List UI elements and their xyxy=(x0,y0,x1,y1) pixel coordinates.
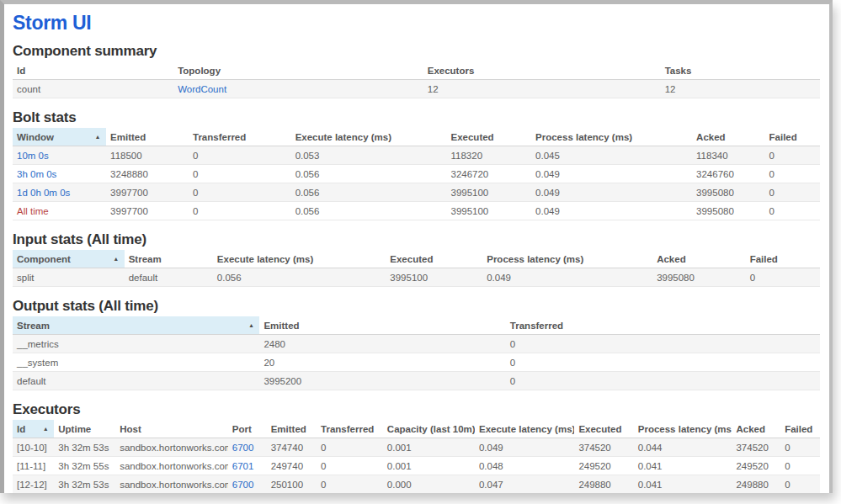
table-cell: 0.041 xyxy=(634,457,732,475)
column-header[interactable]: Transferred xyxy=(317,420,383,438)
cell-value: 0 xyxy=(193,151,198,161)
table-cell: 3997700 xyxy=(106,183,189,202)
table-cell: 249740 xyxy=(267,457,317,475)
column-header[interactable]: Process latency (ms) xyxy=(482,250,652,268)
cell-value: [12-12] xyxy=(17,480,47,490)
column-header[interactable]: Topology xyxy=(173,61,423,80)
cell-link[interactable]: WordCount xyxy=(178,84,226,94)
table-cell: 3995080 xyxy=(692,183,764,202)
cell-link[interactable]: 1d 0h 0m 0s xyxy=(17,188,70,198)
column-header[interactable]: Capacity (last 10m) xyxy=(383,420,475,438)
table-cell: 118340 xyxy=(692,146,764,165)
column-header-label: Executed xyxy=(390,254,433,264)
cell-value: 249880 xyxy=(736,480,768,490)
column-header-label: Id xyxy=(17,424,25,434)
cell-value: 0.049 xyxy=(479,443,503,453)
page-title[interactable]: Storm UI xyxy=(13,12,820,34)
selected-window-link[interactable]: All time xyxy=(17,206,49,216)
column-header[interactable]: Executors xyxy=(423,61,661,80)
table-cell: 250100 xyxy=(267,475,317,494)
column-header[interactable]: Port xyxy=(228,420,267,438)
cell-value: 0 xyxy=(769,206,774,216)
cell-value: 0.056 xyxy=(295,169,320,179)
table-cell: 0.056 xyxy=(291,165,447,183)
column-header[interactable]: Executed xyxy=(447,128,532,146)
column-header[interactable]: Failed xyxy=(746,250,820,268)
cell-value: 118340 xyxy=(696,151,728,161)
cell-value: 12 xyxy=(665,84,676,94)
cell-value: 374520 xyxy=(578,443,610,453)
column-header[interactable]: Process latency (ms) xyxy=(634,420,732,438)
sort-ascending-icon: ▴ xyxy=(44,426,47,432)
cell-value: count xyxy=(17,84,40,94)
table-cell: 12 xyxy=(661,80,820,98)
column-header-label: Host xyxy=(120,424,141,434)
cell-value: 0.053 xyxy=(295,151,320,161)
column-header[interactable]: Acked xyxy=(692,128,764,146)
table-cell: 374520 xyxy=(732,438,780,457)
table-cell: 0 xyxy=(780,475,820,494)
column-header-label: Stream xyxy=(129,254,162,264)
cell-value: default xyxy=(17,376,46,386)
column-header[interactable]: Failed xyxy=(765,128,820,146)
cell-value: 0 xyxy=(769,169,774,179)
cell-value: 0 xyxy=(321,461,326,471)
table-cell: sandbox.hortonworks.com xyxy=(115,475,228,494)
cell-value: 250100 xyxy=(271,480,303,490)
column-header[interactable]: Host xyxy=(115,420,228,438)
column-header-label: Execute latency (ms) xyxy=(295,132,391,142)
table-cell: 0.045 xyxy=(531,146,692,165)
column-header[interactable]: Transferred xyxy=(189,128,291,146)
column-header[interactable]: Emitted xyxy=(267,420,317,438)
cell-value: 0 xyxy=(750,273,755,283)
column-header[interactable]: Emitted xyxy=(259,316,505,335)
section-heading-input-stats: Input stats (All time) xyxy=(13,231,820,247)
column-header[interactable]: Acked xyxy=(732,420,780,438)
column-header-sorted[interactable]: Id▴ xyxy=(13,420,54,438)
table-cell: 0 xyxy=(506,372,820,390)
table-cell: 3995100 xyxy=(386,268,482,287)
column-header[interactable]: Transferred xyxy=(506,316,820,335)
cell-link[interactable]: 6701 xyxy=(232,461,254,471)
cell-value: sandbox.hortonworks.com xyxy=(120,480,228,490)
column-header[interactable]: Tasks xyxy=(661,61,820,80)
cell-value: 0.001 xyxy=(387,461,412,471)
column-header-sorted[interactable]: Window▴ xyxy=(13,128,106,146)
column-header[interactable]: Failed xyxy=(780,420,820,438)
column-header-label: Execute latency (ms) xyxy=(479,424,574,434)
column-header-label: Process latency (ms) xyxy=(487,254,583,264)
column-header-sorted[interactable]: Stream▴ xyxy=(13,316,259,335)
column-header[interactable]: Id xyxy=(13,61,173,80)
column-header[interactable]: Uptime xyxy=(54,420,115,438)
cell-value: 0.049 xyxy=(535,169,560,179)
table-cell: sandbox.hortonworks.com xyxy=(115,438,228,457)
cell-link[interactable]: 6700 xyxy=(232,443,254,453)
cell-link[interactable]: 10m 0s xyxy=(17,151,49,161)
column-header-label: Acked xyxy=(736,424,765,434)
column-header-label: Port xyxy=(232,424,252,434)
column-header-sorted[interactable]: Component▴ xyxy=(13,250,125,268)
column-header[interactable]: Execute latency (ms) xyxy=(213,250,386,268)
column-header[interactable]: Execute latency (ms) xyxy=(291,128,447,146)
table-cell: WordCount xyxy=(173,80,423,98)
column-header[interactable]: Stream xyxy=(125,250,213,268)
table-cell: [12-12] xyxy=(13,475,54,494)
cell-value: 118320 xyxy=(451,151,483,161)
cell-link[interactable]: 6700 xyxy=(232,480,254,490)
column-header[interactable]: Process latency (ms) xyxy=(531,128,692,146)
column-header[interactable]: Executed xyxy=(574,420,633,438)
table-cell: 0 xyxy=(317,438,383,457)
table-cell: 1d 0h 0m 0s xyxy=(13,183,106,202)
cell-link[interactable]: 3h 0m 0s xyxy=(17,169,56,179)
frame-accent-bar xyxy=(0,263,4,459)
table-row: All time399770000.05639951000.0493995080… xyxy=(13,202,820,220)
table-cell: 249520 xyxy=(574,457,633,475)
column-header[interactable]: Acked xyxy=(652,250,745,268)
section-heading-component-summary: Component summary xyxy=(13,43,820,59)
column-header[interactable]: Execute latency (ms) xyxy=(475,420,574,438)
column-header[interactable]: Emitted xyxy=(106,128,189,146)
table-cell: split xyxy=(13,268,125,287)
column-header[interactable]: Executed xyxy=(386,250,482,268)
cell-value: 20 xyxy=(263,358,274,368)
column-header-label: Id xyxy=(17,66,25,76)
